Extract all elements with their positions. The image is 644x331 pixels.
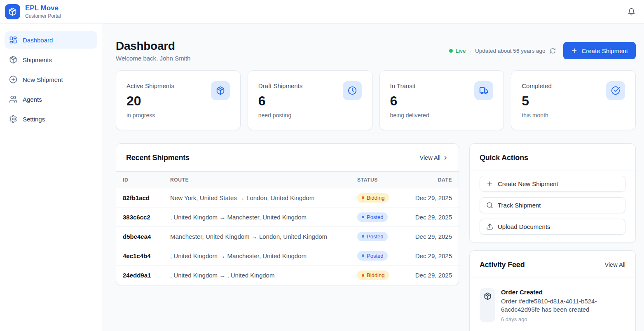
column-header-date: DATE [409, 177, 452, 183]
view-all-label: View All [604, 261, 625, 268]
shipment-id: 383c6cc2 [123, 214, 170, 221]
status-dot [362, 216, 364, 218]
status-dot [362, 274, 364, 277]
table-row[interactable]: 82fb1acd New York, United States → Londo… [116, 188, 459, 207]
stat-card-active-shipments: Active Shipments 20 in progress [116, 70, 241, 130]
shipment-date: Dec 29, 2025 [409, 272, 452, 279]
refresh-icon[interactable] [550, 48, 556, 54]
status-dot [362, 254, 364, 257]
page-header: Dashboard Welcome back, John Smith Live … [116, 39, 636, 62]
shipment-date: Dec 29, 2025 [409, 194, 452, 201]
table-row[interactable]: 4ec1c4b4 , United Kingdom → Manchester, … [116, 246, 459, 266]
table-row[interactable]: 383c6cc2 , United Kingdom → Manchester, … [116, 207, 459, 227]
create-new-shipment-button[interactable]: Create New Shipment [480, 176, 625, 192]
table-row[interactable]: d5be4ea4 Manchester, United Kingdom → Lo… [116, 227, 459, 246]
status-dot [362, 235, 364, 238]
shipment-id: d5be4ea4 [123, 233, 170, 240]
brand-header: EPL Move Customer Portal [0, 0, 102, 23]
create-shipment-button[interactable]: Create Shipment [563, 42, 636, 59]
sidebar-item-agents[interactable]: Agents [5, 91, 97, 108]
clock-icon [343, 81, 362, 100]
track-shipment-button[interactable]: Track Shipment [480, 197, 625, 213]
status-dot [362, 196, 364, 199]
feed-item-title: Order Created [501, 288, 625, 296]
quick-actions-body: Create New Shipment Track Shipment [470, 170, 635, 242]
sidebar-item-label: Agents [23, 96, 42, 103]
column-header-route: ROUTE [170, 177, 357, 183]
sidebar: EPL Move Customer Portal Dashboard Shipm… [0, 0, 102, 331]
activity-feed-header: Activity Feed View All [470, 251, 635, 277]
main-content: Dashboard Welcome back, John Smith Live … [102, 23, 644, 331]
recent-shipments-title: Recent Shipments [126, 152, 190, 163]
live-status-dot [449, 49, 453, 53]
column-header-status: STATUS [357, 177, 409, 183]
sidebar-item-dashboard[interactable]: Dashboard [5, 31, 97, 49]
quick-actions-panel: Quick Actions Create New Shipment [469, 143, 636, 243]
brand-subtitle: Customer Portal [25, 13, 61, 19]
sidebar-item-settings[interactable]: Settings [5, 110, 97, 128]
bell-icon[interactable] [628, 8, 635, 16]
plus-icon [486, 180, 493, 187]
users-icon [9, 95, 17, 103]
quick-actions-header: Quick Actions [470, 144, 635, 170]
updated-timestamp: Updated about 56 years ago [475, 48, 545, 54]
plus-icon [571, 47, 578, 54]
status-badge: Posted [357, 212, 388, 222]
app-root: EPL Move Customer Portal Dashboard Shipm… [0, 0, 644, 331]
table-row[interactable]: 24edd9a1 , United Kingdom → , United Kin… [116, 266, 459, 285]
status-label: Posted [367, 233, 383, 240]
status-label: Posted [367, 253, 383, 259]
shipment-id: 82fb1acd [123, 194, 170, 201]
activity-feed-view-all-link[interactable]: View All [604, 261, 625, 268]
upload-documents-button[interactable]: Upload Documents [480, 219, 625, 235]
activity-feed-title: Activity Feed [480, 259, 525, 270]
feed-item-content: Order Created Order #edfe5810-d81a-4011-… [501, 288, 625, 322]
shipment-route: New York, United States → London, United… [170, 194, 357, 201]
check-circle-icon [606, 81, 625, 100]
view-all-label: View All [419, 154, 440, 161]
quick-action-label: Track Shipment [498, 202, 541, 209]
stat-card-draft-shipments: Draft Shipments 6 need posting [248, 70, 372, 130]
sidebar-nav: Dashboard Shipments New Shipment Agents [0, 23, 102, 138]
upload-icon [486, 223, 493, 230]
package-icon [8, 7, 17, 16]
quick-action-label: Create New Shipment [498, 180, 558, 187]
table-header-row: ID ROUTE STATUS DATE [116, 171, 459, 188]
package-icon [211, 81, 230, 100]
activity-feed-panel: Activity Feed View All Order Created Ord… [469, 250, 636, 331]
shipment-date: Dec 29, 2025 [409, 252, 452, 259]
stat-sublabel: need posting [258, 112, 362, 119]
quick-actions-title: Quick Actions [480, 152, 528, 163]
stat-sublabel: in progress [126, 112, 230, 119]
brand-name: EPL Move [25, 4, 61, 12]
stat-card-completed: Completed 5 this month [511, 70, 636, 130]
stat-sublabel: this month [522, 112, 625, 119]
page-title: Dashboard [116, 39, 190, 53]
stat-sublabel: being delivered [390, 112, 494, 119]
topbar [102, 0, 644, 23]
create-shipment-label: Create Shipment [581, 47, 628, 54]
sidebar-item-label: Settings [23, 116, 45, 123]
shipment-route: , United Kingdom → Manchester, United Ki… [170, 214, 357, 221]
page-header-left: Dashboard Welcome back, John Smith [116, 39, 190, 62]
status-badge: Bidding [357, 193, 389, 203]
shipment-route: Manchester, United Kingdom → London, Uni… [170, 233, 357, 240]
brand-text: EPL Move Customer Portal [25, 4, 61, 19]
dashboard-icon [9, 36, 17, 44]
sidebar-item-label: New Shipment [23, 76, 63, 83]
quick-action-label: Upload Documents [498, 223, 550, 230]
shipment-date: Dec 29, 2025 [409, 233, 452, 240]
sidebar-item-shipments[interactable]: Shipments [5, 51, 97, 68]
status-badge: Bidding [357, 270, 389, 280]
recent-shipments-view-all-link[interactable]: View All [419, 154, 449, 161]
gear-icon [9, 115, 17, 123]
shipment-date: Dec 29, 2025 [409, 214, 452, 221]
column-header-id: ID [123, 177, 170, 183]
sidebar-item-label: Dashboard [23, 37, 53, 44]
recent-shipments-panel: Recent Shipments View All ID ROUTE STATU… [116, 143, 459, 285]
feed-item-timestamp: 6 days ago [501, 316, 625, 322]
plus-circle-icon [9, 75, 17, 84]
feed-item: Order Created Order #edfe5810-d81a-4011-… [470, 277, 635, 330]
recent-shipments-header: Recent Shipments View All [116, 144, 459, 171]
sidebar-item-new-shipment[interactable]: New Shipment [5, 71, 97, 88]
